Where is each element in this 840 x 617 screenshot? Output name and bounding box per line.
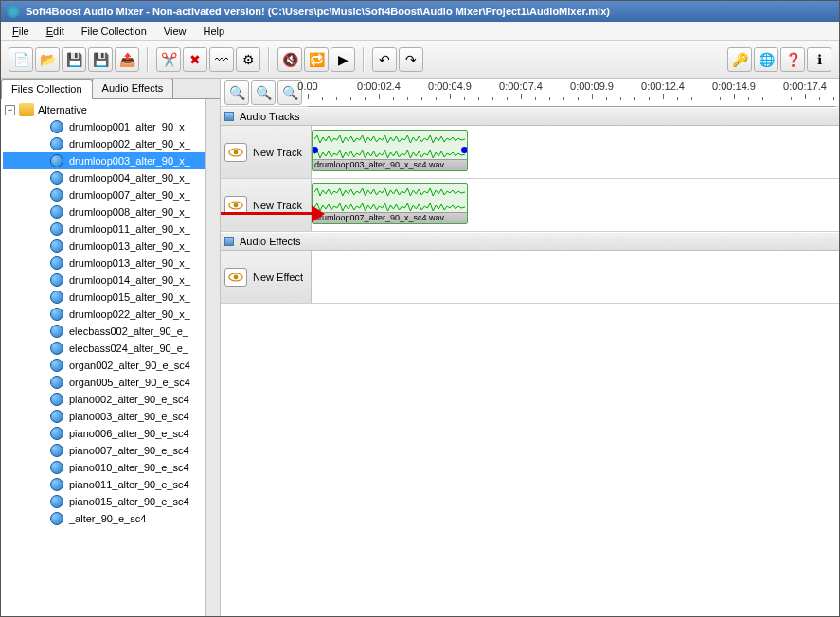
file-item[interactable]: piano011_alter_90_e_sc4 bbox=[3, 476, 218, 493]
loop-play-button[interactable]: ▶ bbox=[331, 47, 355, 72]
audio-icon bbox=[50, 291, 63, 304]
file-item[interactable]: piano007_alter_90_e_sc4 bbox=[3, 442, 218, 459]
file-item[interactable]: piano010_alter_90_e_sc4 bbox=[3, 459, 218, 476]
volume-handle[interactable] bbox=[461, 147, 468, 153]
audio-icon bbox=[50, 410, 63, 423]
menu-view[interactable]: View bbox=[156, 24, 194, 39]
file-item[interactable]: piano006_alter_90_e_sc4 bbox=[3, 425, 218, 442]
file-item[interactable]: drumloop008_alter_90_x_ bbox=[3, 203, 218, 220]
file-item[interactable]: drumloop014_alter_90_x_ bbox=[3, 272, 218, 289]
separator bbox=[268, 47, 270, 72]
file-label: drumloop011_alter_90_x_ bbox=[69, 223, 190, 235]
title-bar: Soft4Boost Audio Mixer - Non-activated v… bbox=[1, 1, 839, 22]
effect-track: New Effect bbox=[221, 251, 839, 304]
audio-icon bbox=[50, 239, 63, 253]
menu-bar: File Edit File Collection View Help bbox=[1, 22, 839, 41]
eye-icon[interactable] bbox=[224, 143, 247, 162]
audio-tracks-header[interactable]: Audio Tracks bbox=[221, 107, 839, 126]
file-item[interactable]: drumloop001_alter_90_x_ bbox=[3, 118, 218, 135]
menu-file-collection[interactable]: File Collection bbox=[74, 24, 154, 39]
about-button[interactable]: ℹ bbox=[807, 47, 831, 72]
zoom-out-button[interactable]: 🔍 bbox=[251, 80, 276, 105]
file-item[interactable]: organ005_alter_90_e_sc4 bbox=[3, 374, 218, 391]
track-header[interactable]: New Track bbox=[221, 126, 312, 178]
file-item[interactable]: drumloop007_alter_90_x_ bbox=[3, 186, 218, 203]
file-label: drumloop004_alter_90_x_ bbox=[69, 172, 190, 184]
file-item[interactable]: drumloop004_alter_90_x_ bbox=[3, 169, 218, 186]
file-item[interactable]: piano015_alter_90_e_sc4 bbox=[3, 493, 218, 510]
audio-icon bbox=[50, 188, 63, 202]
open-button[interactable]: 📂 bbox=[35, 47, 60, 72]
file-item[interactable]: piano002_alter_90_e_sc4 bbox=[3, 391, 218, 408]
zoom-in-button[interactable]: 🔍 bbox=[224, 80, 249, 105]
file-item[interactable]: organ002_alter_90_e_sc4 bbox=[3, 357, 218, 374]
file-item[interactable]: drumloop015_alter_90_x_ bbox=[3, 289, 218, 306]
effect-header[interactable]: New Effect bbox=[221, 251, 312, 303]
scrollbar[interactable] bbox=[205, 99, 220, 617]
delete-button[interactable]: ✖ bbox=[183, 47, 207, 72]
folder-row[interactable]: − Alternative bbox=[3, 101, 218, 118]
mute-button[interactable]: 🔇 bbox=[277, 47, 302, 72]
help-button[interactable]: ❓ bbox=[780, 47, 805, 72]
audio-icon bbox=[50, 325, 63, 338]
tab-audio-effects[interactable]: Audio Effects bbox=[92, 79, 174, 98]
audio-icon bbox=[50, 495, 63, 508]
audio-effects-header[interactable]: Audio Effects bbox=[221, 232, 839, 251]
audio-clip[interactable]: drumloop007_alter_90_x_sc4.wav bbox=[312, 183, 468, 224]
loop-button[interactable]: 🔁 bbox=[304, 47, 329, 72]
file-item[interactable]: elecbass002_alter_90_e_ bbox=[3, 323, 218, 340]
separator bbox=[363, 47, 365, 72]
trim-button[interactable]: 〰 bbox=[209, 47, 234, 72]
web-button[interactable]: 🌐 bbox=[754, 47, 778, 72]
export-button[interactable]: 📤 bbox=[115, 47, 139, 72]
key-button[interactable]: 🔑 bbox=[727, 47, 752, 72]
time-ruler[interactable]: 0.000:00:02.40:00:04.90:00:07.40:00:09.9… bbox=[308, 79, 835, 107]
volume-line[interactable] bbox=[314, 203, 465, 203]
toolbar: 📄 📂 💾 💾 📤 ✂️ ✖ 〰 ⚙ 🔇 🔁 ▶ ↶ ↷ 🔑 🌐 ❓ ℹ bbox=[1, 41, 839, 79]
track-header[interactable]: New Track bbox=[221, 179, 312, 231]
file-item[interactable]: drumloop003_alter_90_x_ bbox=[3, 152, 218, 169]
svg-point-1 bbox=[234, 150, 239, 154]
audio-icon bbox=[50, 444, 63, 457]
audio-icon bbox=[50, 342, 63, 355]
effect-label: New Effect bbox=[253, 272, 303, 283]
track-content[interactable]: drumloop003_alter_90_x_sc4.wav bbox=[312, 126, 839, 178]
tab-files-collection[interactable]: Files Collection bbox=[1, 79, 93, 99]
file-item[interactable]: drumloop013_alter_90_x_ bbox=[3, 255, 218, 272]
ruler-label: 0:00:12.4 bbox=[641, 80, 685, 92]
effect-content[interactable] bbox=[312, 251, 839, 303]
file-label: drumloop015_alter_90_x_ bbox=[69, 291, 190, 303]
settings-button[interactable]: ⚙ bbox=[236, 47, 260, 72]
file-item[interactable]: drumloop022_alter_90_x_ bbox=[3, 306, 218, 323]
file-item[interactable]: _alter_90_e_sc4 bbox=[3, 510, 218, 527]
audio-clip[interactable]: drumloop003_alter_90_x_sc4.wav bbox=[312, 130, 468, 171]
eye-icon[interactable] bbox=[224, 196, 247, 215]
menu-edit[interactable]: Edit bbox=[39, 24, 72, 39]
volume-handle[interactable] bbox=[312, 147, 318, 153]
audio-icon bbox=[50, 478, 63, 491]
save-button[interactable]: 💾 bbox=[62, 47, 86, 72]
undo-button[interactable]: ↶ bbox=[372, 47, 397, 72]
file-label: piano006_alter_90_e_sc4 bbox=[69, 428, 189, 439]
save-as-button[interactable]: 💾 bbox=[88, 47, 113, 72]
menu-file[interactable]: File bbox=[5, 24, 37, 39]
file-item[interactable]: piano003_alter_90_e_sc4 bbox=[3, 408, 218, 425]
file-item[interactable]: drumloop013_alter_90_x_ bbox=[3, 238, 218, 255]
track-content[interactable]: drumloop007_alter_90_x_sc4.wav bbox=[312, 179, 839, 231]
file-item[interactable]: drumloop002_alter_90_x_ bbox=[3, 135, 218, 152]
volume-line[interactable] bbox=[314, 150, 465, 150]
cut-button[interactable]: ✂️ bbox=[156, 47, 181, 72]
redo-button[interactable]: ↷ bbox=[399, 47, 423, 72]
menu-help[interactable]: Help bbox=[195, 24, 232, 39]
audio-icon bbox=[50, 222, 63, 236]
collapse-icon[interactable]: − bbox=[5, 105, 15, 115]
section-label: Audio Effects bbox=[240, 236, 301, 247]
file-item[interactable]: elecbass024_alter_90_e_ bbox=[3, 340, 218, 357]
ruler-label: 0:00:02.4 bbox=[357, 80, 401, 92]
audio-icon bbox=[50, 256, 63, 270]
new-button[interactable]: 📄 bbox=[9, 47, 33, 72]
file-label: organ002_alter_90_e_sc4 bbox=[69, 360, 190, 371]
ruler-label: 0.00 bbox=[297, 80, 317, 92]
file-item[interactable]: drumloop011_alter_90_x_ bbox=[3, 220, 218, 238]
eye-icon[interactable] bbox=[224, 268, 247, 287]
